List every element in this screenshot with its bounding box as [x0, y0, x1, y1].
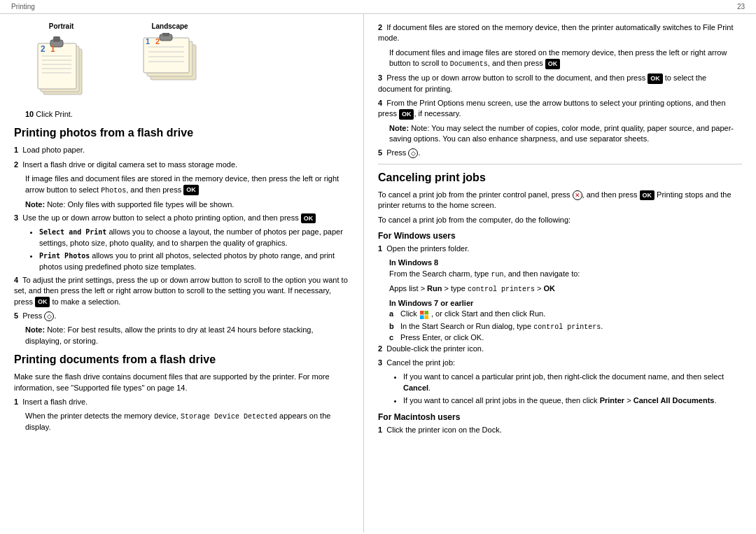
win8-detail: From the Search charm, type run, and the…: [389, 269, 742, 280]
step-2: 2 Insert a flash drive or digital camera…: [14, 160, 349, 170]
section2-intro: Make sure the flash drive contains docum…: [14, 372, 349, 393]
landscape-label: Landscape: [151, 22, 188, 30]
step-4: 4 To adjust the print settings, press th…: [14, 275, 349, 307]
cancel-bullet-1: If you want to cancel a particular print…: [403, 372, 742, 393]
r-step-3: 3 Press the up or down arrow button to s…: [378, 73, 742, 94]
svg-rect-9: [53, 36, 60, 42]
win7-title: In Windows 7 or earlier: [389, 299, 742, 307]
win8-title: In Windows 8: [389, 258, 742, 267]
svg-text:1: 1: [146, 37, 150, 45]
svg-rect-14: [144, 38, 189, 73]
section1-title: Printing photos from a flash drive: [14, 127, 349, 139]
section2-title: Printing documents from a flash drive: [14, 353, 349, 366]
right-column: 2 If document files are stored on the me…: [364, 14, 756, 533]
r-step-5: 5 Press ◇.: [378, 148, 742, 158]
step-1: 1 Load photo paper.: [14, 145, 349, 155]
s3-win-step1: 1 Open the printers folder.: [378, 244, 742, 254]
portrait-label: Portrait: [49, 22, 74, 30]
header-right: 23: [737, 3, 745, 10]
step-10-label: 10 Click Print.: [25, 110, 73, 118]
mac-step1: 1 Click the printer icon on the Dock.: [378, 425, 742, 435]
cancel-bullet-2: If you want to cancel all print jobs in …: [403, 395, 742, 406]
images-row: Portrait: [14, 22, 349, 102]
win7-step-a: a Click , or click Start and then click …: [389, 309, 742, 319]
section3-title: Canceling print jobs: [378, 171, 742, 184]
cancel-icon: ✕: [573, 190, 582, 200]
ok-button-4: OK: [545, 59, 561, 69]
diamond-btn-2: ◇: [408, 148, 418, 158]
header-left: Printing: [11, 3, 35, 10]
mac-users-title: For Macintosh users: [378, 412, 742, 422]
portrait-image-container: Portrait: [28, 22, 94, 102]
svg-rect-20: [162, 33, 169, 36]
portrait-image: 2 1: [28, 33, 94, 101]
bullet-list-1: Select and Print allows you to choose a …: [28, 227, 349, 272]
divider: [378, 164, 742, 164]
step-3: 3 Use the up or down arrow button to sel…: [14, 213, 349, 223]
ok-button-7: OK: [640, 190, 655, 201]
win8-apps: Apps list > Run > type control printers …: [389, 283, 742, 295]
note-2: Note: Note: For best results, allow the …: [14, 325, 349, 346]
ok-button-5: OK: [648, 73, 663, 84]
page-header: Printing 23: [0, 0, 756, 14]
bullet-item-2: Print Photos allows you to print all pho…: [39, 251, 349, 272]
note-1: Note: Note: Only files with supported fi…: [14, 199, 349, 210]
ok-button-2: OK: [301, 213, 316, 224]
ok-button-3: OK: [35, 297, 50, 307]
win7-step-b: b In the Start Search or Run dialog, typ…: [389, 322, 742, 331]
s3-step2: 2 Double-click the printer icon.: [378, 344, 742, 354]
s3-intro: To cancel a print job from the printer c…: [378, 190, 742, 211]
s2-step1-detail: When the printer detects the memory devi…: [14, 411, 349, 433]
svg-rect-26: [424, 315, 428, 319]
ok-button-1: OK: [183, 185, 199, 195]
bullet-item-1: Select and Print allows you to choose a …: [39, 227, 349, 248]
cancel-bullets: If you want to cancel a particular print…: [392, 372, 742, 406]
r-step2-detail: If document files and image files are st…: [378, 48, 742, 69]
step-2-detail: If image files and document files are st…: [14, 174, 349, 195]
landscape-image-container: Landscape: [136, 22, 203, 88]
win8-block: In Windows 8 From the Search charm, type…: [378, 258, 742, 295]
r-step-4: 4 From the Print Options menu screen, us…: [378, 98, 742, 120]
step-5: 5 Press ◇.: [14, 311, 349, 321]
landscape-image: 1 2: [136, 33, 203, 87]
ok-button-6: OK: [399, 109, 414, 120]
win7-block: In Windows 7 or earlier a Click , or cli…: [378, 299, 742, 341]
s3-step3: 3 Cancel the print job:: [378, 358, 742, 368]
svg-rect-24: [424, 311, 428, 315]
win7-step-c: c Press Enter, or click OK.: [389, 333, 742, 342]
r-step-2: 2 If document files are stored on the me…: [378, 22, 742, 44]
svg-text:2: 2: [41, 44, 46, 54]
content-wrapper: Portrait: [0, 14, 756, 533]
svg-rect-23: [420, 311, 424, 315]
windows-users-title: For Windows users: [378, 231, 742, 241]
svg-text:1: 1: [50, 44, 55, 54]
svg-rect-25: [420, 315, 424, 319]
s2-step-1: 1 Insert a flash drive.: [14, 397, 349, 407]
step-10: 10 Click Print.: [14, 109, 349, 120]
s3-detail: To cancel a print job from the computer,…: [378, 215, 742, 225]
r-note: Note: Note: You may select the number of…: [378, 123, 742, 145]
svg-text:2: 2: [155, 37, 160, 45]
diamond-btn-1: ◇: [44, 311, 54, 321]
left-column: Portrait: [0, 14, 364, 533]
